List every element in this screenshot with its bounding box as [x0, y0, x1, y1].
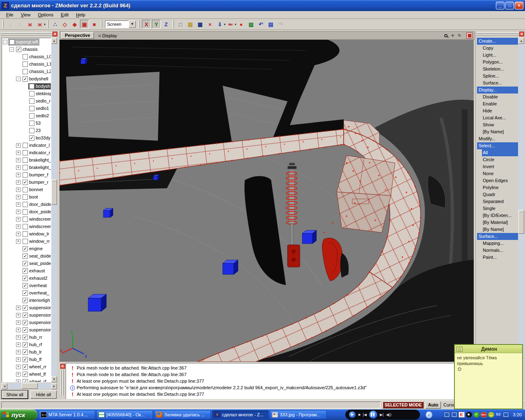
tree-item-bo33dy[interactable]: ✓bo33dy — [2, 134, 51, 142]
command--by-name-[interactable]: [By Name] — [477, 128, 518, 135]
scroll-thumb[interactable] — [51, 179, 57, 205]
tree-item-seat_pside[interactable]: ✓seat_pside — [2, 260, 51, 267]
antivirus-ok-icon[interactable]: ✓ — [473, 412, 479, 418]
tree-item-23[interactable]: 23 — [2, 127, 51, 134]
tree-item-suspension[interactable]: +✓suspension — [2, 304, 51, 311]
space-combo[interactable]: Screen▼ — [105, 21, 136, 28]
command-polyline[interactable]: Polyline — [477, 184, 518, 191]
checkbox[interactable] — [23, 62, 28, 67]
expand-icon[interactable]: + — [16, 143, 21, 148]
command-close-icon[interactable]: ✕ — [519, 32, 524, 37]
tree-item-suspension[interactable]: +✓suspension — [2, 319, 51, 326]
maximize-button[interactable]: □ — [505, 2, 514, 9]
tree-item-hub_rf[interactable]: +✓hub_rf — [2, 341, 51, 348]
player-logo-icon[interactable]: ▶ — [349, 411, 356, 418]
chevron-down-icon[interactable]: ▾ — [224, 23, 226, 26]
checkbox[interactable] — [23, 150, 28, 155]
tree-item-sedlo2[interactable]: sedlo2 — [2, 112, 51, 119]
checkbox[interactable]: ✓ — [23, 180, 28, 185]
command-select-[interactable]: Select... — [477, 142, 518, 149]
tree-item-windscreen[interactable]: +windscreen — [2, 223, 51, 230]
tree-item-sedlo1[interactable]: sedlo1 — [2, 105, 51, 112]
checkbox[interactable] — [29, 91, 34, 96]
tree-item-overheat[interactable]: ✓overheat — [2, 282, 51, 289]
command-create-[interactable]: Create... — [477, 38, 518, 45]
checkbox[interactable]: ✓ — [23, 372, 28, 377]
checkbox[interactable] — [23, 69, 28, 74]
expand-icon[interactable]: + — [16, 313, 21, 317]
cursor-query-tool-icon[interactable]: ↓ — [6, 20, 15, 29]
scroll-right-icon[interactable]: ► — [51, 383, 57, 389]
viewport-breadcrumb[interactable]: < Display — [95, 33, 442, 38]
tree-item-overheat_[interactable]: ✓overheat_ — [2, 289, 51, 297]
checkbox[interactable]: ✓ — [23, 327, 28, 333]
checkbox[interactable]: ✓ — [23, 268, 28, 274]
steam-icon[interactable] — [466, 412, 472, 418]
command-normals-[interactable]: Normals... — [477, 247, 518, 254]
panel-grip[interactable] — [477, 34, 519, 35]
viewport-canvas[interactable]: x y z — [59, 40, 474, 362]
tree-item-seat_dside[interactable]: ✓seat_dside — [2, 252, 51, 260]
command-invert[interactable]: Invert — [477, 163, 518, 170]
expand-icon[interactable]: + — [16, 372, 21, 377]
tree-item-boot[interactable]: +boot — [2, 193, 51, 201]
minimize-button[interactable]: _ — [496, 2, 504, 9]
tree-item-engine[interactable]: ✓engine — [2, 245, 51, 252]
checkbox[interactable]: ✓ — [29, 84, 34, 89]
expand-icon[interactable]: + — [16, 232, 21, 236]
tree-item-wheel_lf[interactable]: +✓wheel_lf — [2, 370, 51, 378]
toolbar-grip[interactable] — [139, 20, 140, 28]
open-file-icon[interactable]: ▤ — [186, 20, 195, 29]
redo-icon[interactable]: ↷ — [276, 20, 285, 29]
volume-button-icon[interactable]: ◀)) — [386, 411, 391, 419]
log-messages[interactable]: !Pick mesh node to be attached. file:Att… — [66, 363, 474, 399]
panel-grip[interactable] — [1, 34, 52, 35]
command--by-name-[interactable]: [By Name] — [477, 226, 518, 233]
expand-icon[interactable]: + — [16, 379, 21, 383]
polygon-mode-icon[interactable]: ▣ — [80, 20, 89, 29]
network-icon-3[interactable] — [503, 412, 509, 418]
skeleton-figure-tool-icon[interactable]: ж — [25, 20, 34, 29]
expand-icon[interactable]: + — [16, 320, 21, 325]
checkbox[interactable]: ✓ — [23, 320, 28, 325]
tree-item-hub_lr[interactable]: +✓hub_lr — [2, 348, 51, 356]
expand-icon[interactable]: + — [16, 217, 21, 221]
menu-file[interactable]: File — [2, 11, 17, 18]
tree-item-wheel_rr[interactable]: +✓wheel_rr — [2, 363, 51, 370]
checkbox[interactable] — [23, 172, 28, 178]
checkbox[interactable]: ✓ — [29, 135, 34, 141]
collapse-icon[interactable]: - — [9, 47, 14, 52]
tree-item-exhaust2[interactable]: ✓exhaust2 — [2, 274, 51, 282]
expand-icon[interactable]: + — [16, 335, 21, 340]
expand-icon[interactable]: + — [16, 195, 21, 199]
tree-item-hub_rr[interactable]: +✓hub_rr — [2, 333, 51, 341]
panel-grip[interactable] — [1, 32, 52, 34]
b2-icon[interactable]: b2 — [495, 412, 502, 418]
tree-close-icon[interactable]: ✕ — [52, 32, 57, 37]
command-local-axe-[interactable]: Local Axe... — [477, 114, 518, 121]
tree-item-suspension[interactable]: +✓suspension — [2, 311, 51, 319]
command-enable[interactable]: Enable — [477, 100, 518, 107]
tree-item-bodyshell[interactable]: -✓bodyshell — [2, 75, 51, 82]
command-circle[interactable]: Circle — [477, 156, 518, 163]
tree-item-window_rr[interactable]: +window_rr — [2, 237, 51, 245]
tray-collapse-icon[interactable]: ‹ — [426, 411, 432, 418]
zoom-icon[interactable] — [442, 32, 449, 39]
command-mapping-[interactable]: Mapping... — [477, 240, 518, 247]
scroll-thumb[interactable] — [21, 383, 38, 389]
collapse-icon[interactable]: - — [3, 40, 7, 44]
texture-browser-icon[interactable]: ▨ — [247, 20, 256, 29]
checkbox[interactable] — [23, 165, 28, 170]
axis-y-icon[interactable]: Y — [152, 20, 161, 29]
tree-item-door_pside[interactable]: +door_pside — [2, 208, 51, 215]
new-file-icon[interactable]: □ — [176, 20, 185, 29]
checkbox[interactable] — [23, 224, 28, 229]
chevron-down-icon[interactable]: ▾ — [44, 23, 46, 26]
checkbox[interactable] — [23, 231, 28, 237]
na-status-icon[interactable]: N/A — [481, 412, 487, 418]
command-single[interactable]: Single — [477, 205, 518, 212]
checkbox[interactable] — [23, 187, 28, 192]
tree-item-brakelight_[interactable]: +brakelight_ — [2, 164, 51, 171]
tree-item-sedlo_r[interactable]: sedlo_r — [2, 97, 51, 105]
tree-item-chassis_L1[interactable]: chassis_L1 — [2, 60, 51, 68]
